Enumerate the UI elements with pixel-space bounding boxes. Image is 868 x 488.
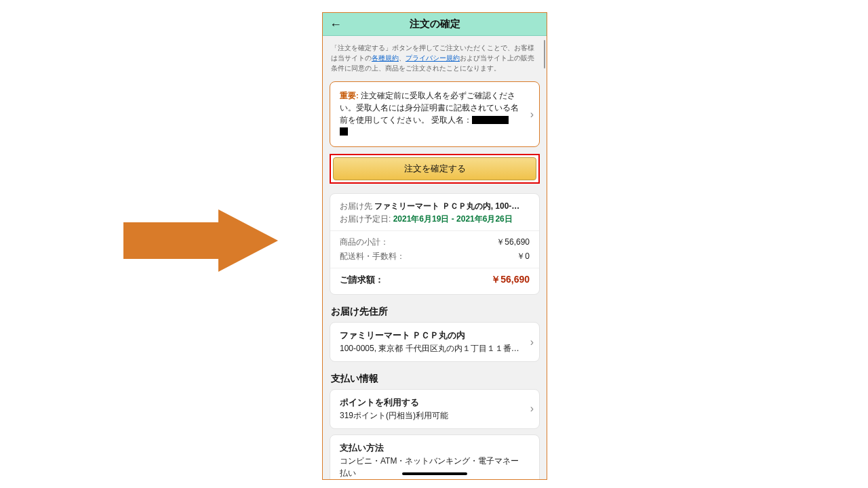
shipping-label: 配送料・手数料： (340, 251, 405, 262)
important-label: 重要: (340, 92, 359, 100)
payment-method-title: 支払い方法 (340, 442, 520, 455)
scrollbar[interactable] (544, 40, 545, 68)
app-header: ← 注文の確定 (323, 13, 547, 36)
redacted-name-1 (472, 116, 509, 124)
order-summary-card: お届け先 ファミリーマート ＰＣＰ丸の内, 100-… お届け予定日: 2021… (330, 193, 540, 295)
payment-method-line: コンビニ・ATM・ネットバンキング・電子マネー払い (340, 455, 520, 479)
use-points-line: 319ポイント(円相当)利用可能 (340, 409, 520, 422)
total-value: ￥56,690 (491, 274, 530, 286)
address-name: ファミリーマート ＰＣＰ丸の内 (340, 329, 520, 342)
confirm-order-button[interactable]: 注文を確定する (333, 157, 536, 180)
payment-section-title: 支払い情報 (331, 373, 538, 385)
phone-frame: ← 注文の確定 「注文を確定する」ボタンを押してご注文いただくことで、お客様は当… (322, 12, 547, 480)
chevron-right-icon: › (530, 401, 534, 417)
deliver-to-value: ファミリーマート ＰＣＰ丸の内, 100-… (372, 201, 519, 211)
total-label: ご請求額： (340, 274, 384, 286)
address-section-title: お届け先住所 (331, 306, 538, 318)
address-line: 100-0005, 東京都 千代田区丸の内１丁目１１番… (340, 342, 520, 354)
chevron-right-icon: › (530, 106, 534, 123)
recipient-notice-card[interactable]: 重要: 注文確定前に受取人名を必ずご確認ください。受取人名には身分証明書に記載さ… (330, 81, 540, 147)
use-points-title: ポイントを利用する (340, 396, 520, 409)
shipping-address-card[interactable]: ファミリーマート ＰＣＰ丸の内 100-0005, 東京都 千代田区丸の内１丁目… (330, 322, 540, 362)
back-icon[interactable]: ← (330, 17, 342, 31)
legal-sep: 、 (399, 54, 406, 62)
callout-arrow (123, 210, 281, 271)
home-indicator (402, 472, 467, 475)
deliver-date-value: 2021年6月19日 - 2021年6月26日 (393, 214, 513, 224)
page-title: 注文の確定 (410, 18, 460, 30)
chevron-right-icon: › (530, 334, 534, 350)
terms-link[interactable]: 各種規約 (372, 54, 399, 62)
use-points-card[interactable]: ポイントを利用する 319ポイント(円相当)利用可能 › (330, 389, 540, 429)
confirm-highlight: 注文を確定する (330, 154, 540, 184)
legal-notice: 「注文を確定する」ボタンを押してご注文いただくことで、お客様は当サイトの各種規約… (323, 36, 547, 76)
privacy-link[interactable]: プライバシー規約 (406, 54, 460, 62)
subtotal-label: 商品の小計： (340, 237, 389, 248)
subtotal-value: ￥56,690 (496, 237, 530, 248)
deliver-date-label: お届け予定日: (340, 214, 393, 224)
shipping-value: ￥0 (517, 251, 530, 262)
deliver-to-label: お届け先 (340, 201, 372, 211)
redacted-name-2 (340, 127, 348, 136)
